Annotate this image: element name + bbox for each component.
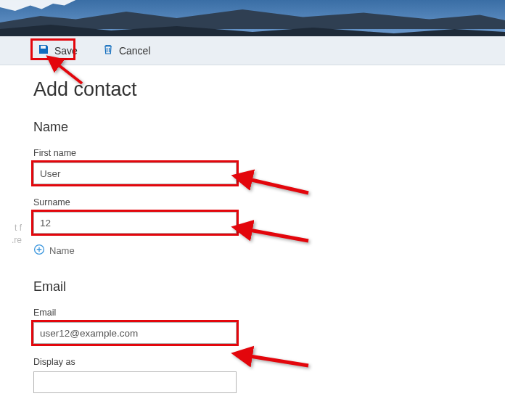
cancel-button[interactable]: Cancel — [98, 41, 155, 59]
cancel-label: Cancel — [119, 45, 151, 57]
header-banner — [0, 0, 505, 36]
display-as-label: Display as — [33, 357, 472, 367]
add-name-link[interactable]: Name — [33, 244, 472, 258]
toolbar: Save Cancel — [0, 36, 505, 65]
edge-truncated-text: t fre. — [0, 222, 22, 247]
email-input[interactable] — [33, 322, 237, 344]
surname-input[interactable] — [33, 212, 237, 234]
surname-label: Surname — [33, 197, 472, 207]
add-name-text: Name — [49, 245, 75, 256]
form-panel: Add contact Name First name Surname Name… — [0, 65, 472, 393]
section-heading-email: Email — [33, 279, 472, 295]
plus-circle-icon — [33, 244, 45, 258]
save-icon — [38, 44, 49, 57]
email-label: Email — [33, 308, 472, 318]
first-name-label: First name — [33, 148, 472, 158]
first-name-input[interactable] — [33, 162, 237, 184]
section-heading-name: Name — [33, 120, 472, 135]
save-label: Save — [54, 45, 78, 57]
trash-icon — [102, 44, 114, 57]
svg-rect-0 — [44, 46, 45, 49]
display-as-input[interactable] — [33, 371, 237, 393]
page-title: Add contact — [33, 78, 472, 101]
save-button[interactable]: Save — [33, 41, 82, 59]
